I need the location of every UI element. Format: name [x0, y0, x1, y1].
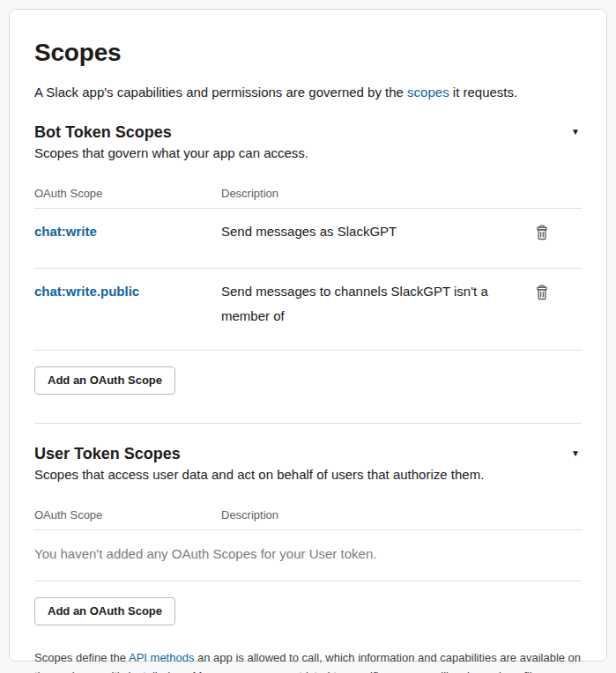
user-table-header-row: OAuth Scope Description	[34, 508, 582, 530]
add-oauth-scope-button[interactable]: Add an OAuth Scope	[34, 366, 175, 395]
empty-state-text: You haven't added any OAuth Scopes for y…	[34, 530, 582, 581]
section-divider	[34, 423, 582, 424]
resources-link[interactable]: resources	[388, 669, 438, 673]
scope-description: Send messages to channels SlackGPT isn't…	[221, 279, 521, 329]
page-title: Scopes	[34, 39, 582, 67]
footer-part3: like channels or files.	[438, 669, 547, 673]
scopes-link[interactable]: scopes	[407, 85, 449, 100]
column-header-actions	[552, 508, 582, 521]
user-section-subtitle: Scopes that access user data and act on …	[34, 466, 582, 484]
column-header-oauth-scope: OAuth Scope	[34, 187, 221, 200]
user-section-title: User Token Scopes	[34, 444, 181, 463]
add-oauth-scope-button[interactable]: Add an OAuth Scope	[34, 597, 175, 625]
bot-section-title: Bot Token Scopes	[34, 122, 172, 142]
table-row: chat:write.public Send messages to chann…	[34, 269, 582, 351]
api-methods-link[interactable]: API methods	[129, 651, 194, 664]
column-header-description: Description	[221, 508, 552, 521]
bot-section-subtitle: Scopes that govern what your app can acc…	[34, 144, 582, 162]
column-header-description: Description	[221, 187, 552, 200]
intro-prefix: A Slack app's capabilities and permissio…	[34, 85, 407, 100]
scope-link[interactable]: chat:write.public	[34, 284, 139, 299]
collapse-caret-icon[interactable]: ▼	[569, 444, 582, 463]
user-section-header: User Token Scopes ▼	[34, 444, 582, 463]
bot-token-scopes-section: Bot Token Scopes ▼ Scopes that govern wh…	[34, 122, 582, 395]
scope-description: Send messages as SlackGPT	[221, 219, 521, 244]
collapse-caret-icon[interactable]: ▼	[569, 122, 582, 142]
bot-table-header-row: OAuth Scope Description	[34, 187, 582, 209]
scopes-card: Scopes A Slack app's capabilities and pe…	[9, 9, 607, 662]
intro-text: A Slack app's capabilities and permissio…	[34, 84, 582, 101]
scope-link[interactable]: chat:write	[34, 224, 97, 239]
footer-note: Scopes define the API methods an app is …	[34, 648, 582, 673]
bot-section-header: Bot Token Scopes ▼	[34, 122, 582, 142]
table-row: chat:write Send messages as SlackGPT	[34, 209, 582, 269]
footer-part1: Scopes define the	[34, 651, 129, 664]
delete-scope-button[interactable]	[533, 281, 551, 307]
column-header-oauth-scope: OAuth Scope	[34, 508, 221, 521]
intro-suffix: it requests.	[449, 85, 518, 100]
delete-scope-button[interactable]	[533, 221, 551, 247]
user-token-scopes-section: User Token Scopes ▼ Scopes that access u…	[34, 444, 582, 625]
column-header-actions	[552, 187, 582, 200]
trash-icon	[535, 290, 549, 303]
trash-icon	[535, 230, 549, 243]
